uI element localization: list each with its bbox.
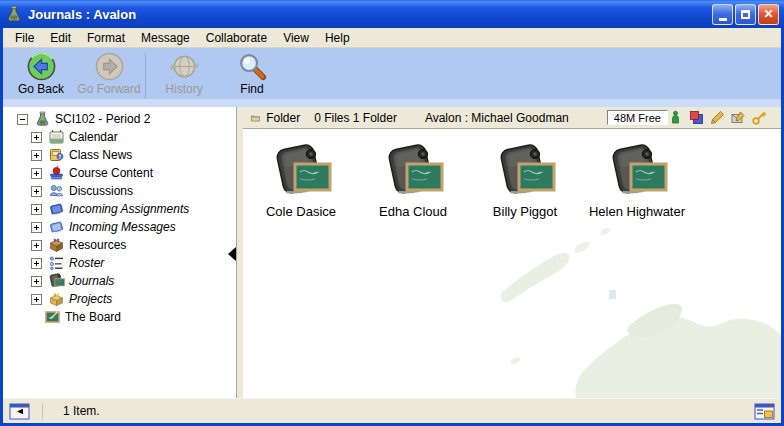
- journal-item-helen-highwater[interactable]: Helen Highwater: [587, 143, 687, 219]
- tree-item-incoming-assignments[interactable]: Incoming Assignments: [3, 200, 236, 218]
- expand-expander[interactable]: [31, 150, 42, 161]
- go-back-label: Go Back: [18, 82, 64, 96]
- expand-expander[interactable]: [31, 222, 42, 233]
- flask-icon: [34, 111, 51, 127]
- tree-item-roster[interactable]: Roster: [3, 254, 236, 272]
- history-icon: [169, 51, 200, 82]
- projects-icon: [48, 291, 65, 307]
- tree-item-label: Incoming Messages: [69, 220, 176, 234]
- tree-item-the-board[interactable]: The Board: [3, 308, 236, 326]
- journal-book-icon: [382, 143, 444, 201]
- folder-icon: [251, 111, 260, 125]
- journal-book-icon: [606, 143, 668, 201]
- journal-item-cole-dasice[interactable]: Cole Dasice: [251, 143, 351, 219]
- tree-item-calendar[interactable]: Calendar: [3, 128, 236, 146]
- roster-icon: [48, 255, 65, 271]
- course-tree: SCI102 - Period 2 Calendar: [3, 110, 236, 326]
- close-button[interactable]: ✕: [758, 4, 779, 25]
- tree-root-label: SCI102 - Period 2: [55, 112, 150, 126]
- go-forward-button[interactable]: Go Forward: [75, 51, 143, 101]
- menu-view[interactable]: View: [275, 29, 317, 47]
- tree-item-course-content[interactable]: Course Content: [3, 164, 236, 182]
- maximize-button[interactable]: [735, 4, 756, 25]
- content-panel: Folder 0 Files 1 Folder Avalon : Michael…: [243, 107, 781, 398]
- tree-item-projects[interactable]: Projects: [3, 290, 236, 308]
- journal-label: Cole Dasice: [266, 204, 336, 219]
- folder-type-label: Folder: [266, 111, 300, 125]
- tree-item-discussions[interactable]: Discussions: [3, 182, 236, 200]
- collapse-expander[interactable]: [17, 114, 28, 125]
- go-forward-icon: [94, 51, 125, 82]
- board-icon: [44, 309, 61, 325]
- collapse-sidebar-arrow[interactable]: [228, 247, 236, 261]
- tree-item-resources[interactable]: Resources: [3, 236, 236, 254]
- minimize-button[interactable]: [712, 4, 733, 25]
- expand-expander[interactable]: [31, 186, 42, 197]
- free-space-field: 48M Free: [607, 110, 668, 125]
- menu-bar: File Edit Format Message Collaborate Vie…: [3, 28, 781, 48]
- expand-expander[interactable]: [31, 258, 42, 269]
- menu-edit[interactable]: Edit: [42, 29, 79, 47]
- pencil-icon[interactable]: [710, 110, 725, 125]
- menu-file[interactable]: File: [7, 29, 42, 47]
- pane-splitter[interactable]: [236, 107, 243, 398]
- window-title: Journals : Avalon: [28, 7, 710, 22]
- journal-item-edha-cloud[interactable]: Edha Cloud: [363, 143, 463, 219]
- journal-items-row: Cole Dasice Edha Cloud Billy Piggot Hele…: [251, 143, 781, 219]
- tree-item-label: Incoming Assignments: [69, 202, 189, 216]
- main-area: SCI102 - Period 2 Calendar: [3, 107, 781, 398]
- journal-label: Edha Cloud: [379, 204, 447, 219]
- journal-book-icon: [494, 143, 556, 201]
- toolbar: Go Back Go Forward History: [3, 48, 781, 107]
- folder-item-area: Cole Dasice Edha Cloud Billy Piggot Hele…: [243, 129, 781, 398]
- journal-book-icon: [270, 143, 332, 201]
- menu-help[interactable]: Help: [317, 29, 358, 47]
- expand-expander[interactable]: [31, 276, 42, 287]
- map-watermark: [481, 228, 781, 398]
- person-icon[interactable]: [668, 110, 683, 125]
- tree-item-label: Projects: [69, 292, 112, 306]
- app-flask-icon: [5, 5, 23, 23]
- title-bar: Journals : Avalon ✕: [0, 0, 784, 28]
- expand-expander[interactable]: [31, 204, 42, 215]
- tree-item-label: Discussions: [69, 184, 133, 198]
- tree-item-journals[interactable]: Journals: [3, 272, 236, 290]
- journal-label: Billy Piggot: [493, 204, 557, 219]
- tree-item-class-news[interactable]: Class News: [3, 146, 236, 164]
- expand-expander[interactable]: [31, 132, 42, 143]
- messages-icon: [48, 219, 65, 235]
- tree-item-label: The Board: [65, 310, 121, 324]
- find-button[interactable]: Find: [218, 51, 286, 101]
- compose-icon[interactable]: [731, 110, 746, 125]
- key-icon[interactable]: [752, 110, 767, 125]
- toggle-tree-pane-icon[interactable]: [9, 403, 30, 420]
- journal-item-billy-piggot[interactable]: Billy Piggot: [475, 143, 575, 219]
- menu-format[interactable]: Format: [79, 29, 133, 47]
- minimize-glyph: [719, 18, 727, 21]
- calendar-icon: [48, 129, 65, 145]
- tree-item-label: Journals: [69, 274, 114, 288]
- tree-item-incoming-messages[interactable]: Incoming Messages: [3, 218, 236, 236]
- go-forward-label: Go Forward: [77, 82, 140, 96]
- expand-expander[interactable]: [31, 240, 42, 251]
- tree-item-label: Calendar: [69, 130, 118, 144]
- menu-collaborate[interactable]: Collaborate: [198, 29, 275, 47]
- history-button[interactable]: History: [150, 51, 218, 101]
- toggle-details-pane-icon[interactable]: [754, 403, 775, 420]
- tree-item-label: Resources: [69, 238, 126, 252]
- menu-message[interactable]: Message: [133, 29, 198, 47]
- header-icon-group: [668, 110, 775, 125]
- expand-expander[interactable]: [31, 294, 42, 305]
- item-count-text: 1 Item.: [53, 404, 754, 418]
- resources-icon: [48, 237, 65, 253]
- history-label: History: [165, 82, 202, 96]
- layers-icon[interactable]: [689, 110, 704, 125]
- go-back-button[interactable]: Go Back: [7, 51, 75, 101]
- toolbar-separator: [145, 53, 146, 99]
- maximize-glyph: [741, 10, 750, 19]
- tree-root-sci102[interactable]: SCI102 - Period 2: [3, 110, 236, 128]
- app-window: Journals : Avalon ✕ File Edit Format Mes…: [0, 0, 784, 426]
- status-bar: 1 Item.: [3, 398, 781, 423]
- expand-expander[interactable]: [31, 168, 42, 179]
- content-header-bar: Folder 0 Files 1 Folder Avalon : Michael…: [243, 107, 781, 129]
